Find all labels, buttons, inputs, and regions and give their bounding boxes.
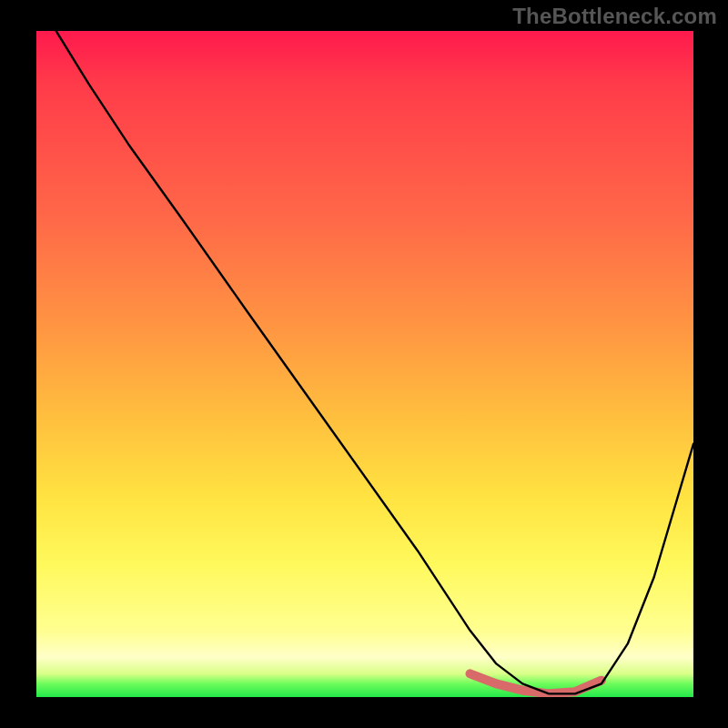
bottleneck-curve <box>56 31 693 693</box>
watermark-text: TheBottleneck.com <box>512 4 717 29</box>
plot-area <box>36 31 693 697</box>
curve-layer <box>36 31 693 697</box>
chart-frame: TheBottleneck.com <box>0 0 728 728</box>
